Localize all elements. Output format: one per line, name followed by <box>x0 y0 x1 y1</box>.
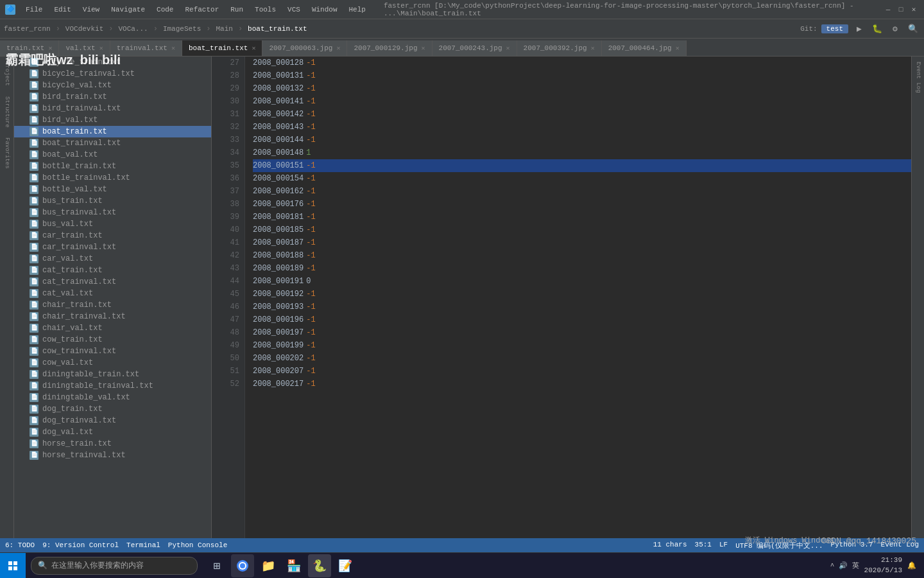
tab-2007-243[interactable]: 2007_000243.jpg ✕ <box>432 40 517 56</box>
task-view-button[interactable]: ⊞ <box>205 554 228 577</box>
sidebar-item-boat-val[interactable]: 📄 boat_val.txt <box>14 149 211 161</box>
sidebar-item-horse-trainval[interactable]: 📄 horse_trainval.txt <box>14 450 211 461</box>
sidebar-item-cow-val[interactable]: 📄 cow_val.txt <box>14 357 211 369</box>
sidebar-item-dog-train[interactable]: 📄 dog_train.txt <box>14 403 211 415</box>
code-editor[interactable]: 2008_000128 -1 2008_000131 -1 2008_00013… <box>245 57 911 538</box>
sidebar-item-bicycle-trainval[interactable]: 📄 bicycle_trainval.txt <box>14 68 211 80</box>
sidebar-item-bird-train[interactable]: 📄 bird_train.txt <box>14 91 211 103</box>
close-icon[interactable]: ✕ <box>171 44 175 52</box>
status-terminal[interactable]: Terminal <box>126 541 160 549</box>
sidebar-item-bird-trainval[interactable]: 📄 bird_trainval.txt <box>14 103 211 114</box>
sidebar-item-cat-val[interactable]: 📄 cat_val.txt <box>14 288 211 299</box>
sidebar-item-bottle-trainval[interactable]: 📄 bottle_trainval.txt <box>14 172 211 184</box>
status-todo[interactable]: 6: TODO <box>5 541 35 549</box>
status-python-console[interactable]: Python Console <box>168 541 227 549</box>
menu-window[interactable]: Window <box>307 4 343 15</box>
close-icon[interactable]: ✕ <box>506 44 510 52</box>
minimize-button[interactable]: — <box>883 4 893 15</box>
chrome-taskbar[interactable] <box>231 554 254 577</box>
editor-content[interactable]: 27 28 29 30 31 32 33 34 35 36 37 38 39 4… <box>212 57 911 538</box>
panel-structure[interactable]: Structure <box>4 94 10 130</box>
sidebar-item-cat-train[interactable]: 📄 cat_train.txt <box>14 265 211 276</box>
bc-main[interactable]: Main <box>216 25 233 33</box>
run-button[interactable]: ▶ <box>852 22 866 36</box>
sidebar-item-bus-val[interactable]: 📄 bus_val.txt <box>14 218 211 230</box>
menu-tools[interactable]: Tools <box>250 4 281 15</box>
build-button[interactable]: ⚙ <box>888 22 902 36</box>
menu-help[interactable]: Help <box>344 4 371 15</box>
bc-voca[interactable]: VOCa... <box>118 25 148 33</box>
sidebar-item-diningtable-trainval[interactable]: 📄 diningtable_trainval.txt <box>14 380 211 392</box>
tab-boat-train[interactable]: boat_train.txt ✕ <box>182 40 262 56</box>
close-icon[interactable]: ✕ <box>48 44 52 52</box>
close-icon[interactable]: ✕ <box>676 44 680 52</box>
tab-trainval[interactable]: trainval.txt ✕ <box>110 40 182 56</box>
event-log-btn[interactable]: Event Log <box>915 59 921 96</box>
test-dropdown[interactable]: test <box>821 24 848 33</box>
sidebar-item-bicycle-val[interactable]: 📄 bicycle_val.txt <box>14 80 211 91</box>
sidebar-item-cat-trainval[interactable]: 📄 cat_trainval.txt <box>14 276 211 288</box>
notification-icon[interactable]: 🔔 <box>907 561 916 570</box>
sidebar-item-car-train[interactable]: 📄 car_train.txt <box>14 230 211 241</box>
sidebar-item-bottle-train[interactable]: 📄 bottle_train.txt <box>14 161 211 172</box>
bc-vocdevkit[interactable]: VOCdevkit <box>65 25 103 33</box>
project-name[interactable]: faster_rcnn <box>4 25 51 33</box>
debug-button[interactable]: 🐛 <box>870 22 884 36</box>
sidebar-item-bottle-val[interactable]: 📄 bottle_val.txt <box>14 184 211 195</box>
tab-2007-392[interactable]: 2007_000392.jpg ✕ <box>517 40 602 56</box>
sidebar-item-bird-val[interactable]: 📄 bird_val.txt <box>14 114 211 126</box>
status-event-log[interactable]: Event Log <box>881 541 919 550</box>
sidebar-item-dog-trainval[interactable]: 📄 dog_trainval.txt <box>14 415 211 426</box>
search-bar[interactable]: 🔍 在这里输入你要搜索的内容 <box>31 557 198 575</box>
menu-view[interactable]: View <box>78 4 105 15</box>
word-taskbar[interactable]: 📝 <box>334 554 357 577</box>
menu-vcs[interactable]: VCS <box>282 4 305 15</box>
sidebar-item-chair-train[interactable]: 📄 chair_train.txt <box>14 299 211 311</box>
search-button[interactable]: 🔍 <box>906 22 920 36</box>
start-button[interactable] <box>0 553 26 579</box>
menu-refactor[interactable]: Refactor <box>180 4 224 15</box>
sidebar-item-cow-trainval[interactable]: 📄 cow_trainval.txt <box>14 346 211 357</box>
sidebar-item-boat-train[interactable]: 📄 boat_train.txt <box>14 126 211 137</box>
sidebar-item-car-val[interactable]: 📄 car_val.txt <box>14 253 211 265</box>
tab-train[interactable]: train.txt ✕ <box>0 40 59 56</box>
sidebar-item-diningtable-train[interactable]: 📄 diningtable_train.txt <box>14 369 211 380</box>
sidebar-item-chair-val[interactable]: 📄 chair_val.txt <box>14 322 211 334</box>
sidebar-item-car-trainval[interactable]: 📄 car_trainval.txt <box>14 241 211 253</box>
sidebar-item-diningtable-val[interactable]: 📄 diningtable_val.txt <box>14 392 211 403</box>
sidebar-item-bicycle-train[interactable]: 📄 bicycle_train.txt <box>14 57 211 68</box>
panel-project[interactable]: Project <box>4 59 10 89</box>
tab-2007-129[interactable]: 2007_000129.jpg ✕ <box>347 40 432 56</box>
maximize-button[interactable]: □ <box>896 4 906 15</box>
sidebar-item-horse-train[interactable]: 📄 horse_train.txt <box>14 438 211 450</box>
sidebar-item-boat-trainval[interactable]: 📄 boat_trainval.txt <box>14 137 211 149</box>
close-button[interactable]: ✕ <box>909 4 919 15</box>
sidebar-item-bus-trainval[interactable]: 📄 bus_trainval.txt <box>14 207 211 218</box>
close-icon[interactable]: ✕ <box>336 44 340 52</box>
close-icon[interactable]: ✕ <box>422 44 425 52</box>
panel-favorites[interactable]: Favorites <box>4 135 10 171</box>
bc-imagesets[interactable]: ImageSets <box>163 25 201 33</box>
close-icon[interactable]: ✕ <box>591 44 595 52</box>
menu-run[interactable]: Run <box>225 4 248 15</box>
sidebar-item-bus-train[interactable]: 📄 bus_train.txt <box>14 195 211 207</box>
menu-file[interactable]: File <box>21 4 47 15</box>
sidebar-item-dog-val[interactable]: 📄 dog_val.txt <box>14 426 211 438</box>
folder-taskbar[interactable]: 📁 <box>257 554 280 577</box>
bc-filename[interactable]: boat_train.txt <box>248 25 307 33</box>
code-line-31: 2008_000142 -1 <box>253 108 911 121</box>
menu-edit[interactable]: Edit <box>49 4 76 15</box>
tab-2007-464[interactable]: 2007_000464.jpg ✕ <box>602 40 687 56</box>
menu-code[interactable]: Code <box>151 4 178 15</box>
close-icon[interactable]: ✕ <box>99 44 103 52</box>
sidebar-item-chair-trainval[interactable]: 📄 chair_trainval.txt <box>14 311 211 322</box>
appstore-taskbar[interactable]: 🏪 <box>282 554 305 577</box>
menu-navigate[interactable]: Navigate <box>106 4 150 15</box>
tab-2007-63[interactable]: 2007_000063.jpg ✕ <box>262 40 347 56</box>
sidebar-item-cow-train[interactable]: 📄 cow_train.txt <box>14 334 211 346</box>
pycharm-taskbar[interactable]: 🐍 <box>308 554 331 577</box>
tab-val[interactable]: val.txt ✕ <box>59 40 110 56</box>
file-name: bird_trainval.txt <box>42 104 121 113</box>
close-icon[interactable]: ✕ <box>252 44 255 52</box>
status-version-control[interactable]: 9: Version Control <box>42 541 119 549</box>
